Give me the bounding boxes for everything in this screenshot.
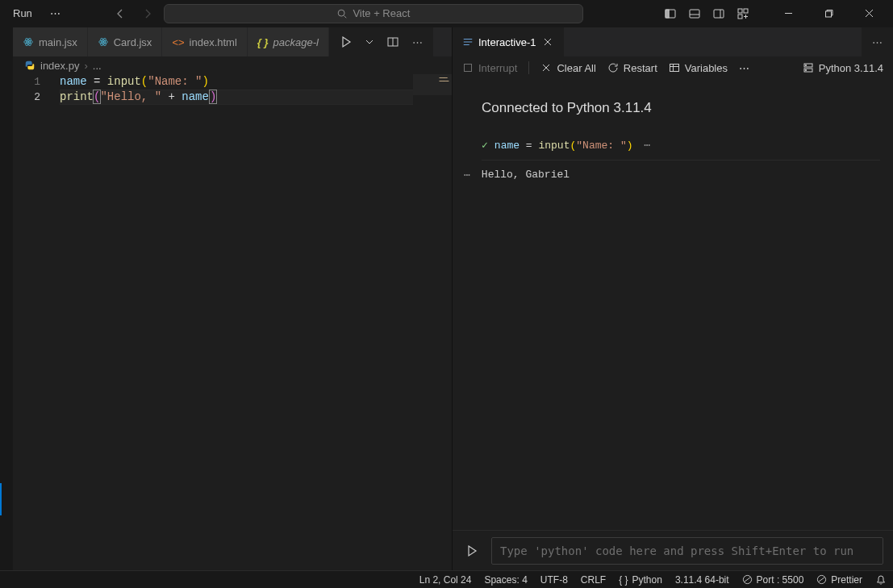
bell-icon [875,574,887,586]
search-icon [336,8,348,19]
svg-rect-19 [670,65,678,72]
window-minimize[interactable] [770,0,806,27]
react-icon [23,36,34,48]
title-bar: Run ⋯ Vite + React [0,0,893,27]
svg-rect-18 [465,65,472,72]
nav-back[interactable] [109,4,131,23]
toggle-sidebar-left-icon[interactable] [659,2,682,25]
connected-banner: Connected to Python 3.11.4 [453,85,893,131]
broadcast-icon [742,574,753,585]
tab-label: Interactive-1 [478,36,536,48]
tab-label: main.jsx [39,36,77,48]
toolbar-more[interactable]: ⋯ [739,62,749,74]
svg-rect-4 [714,10,724,18]
svg-point-22 [805,65,806,65]
status-language[interactable]: { } Python [612,571,669,588]
tab-index-html[interactable]: <> index.html [162,27,247,56]
server-icon [803,62,814,73]
input-placeholder: Type 'python' code here and press Shift+… [500,544,853,557]
interrupt-button[interactable]: Interrupt [462,62,517,74]
status-spaces[interactable]: Spaces: 4 [478,571,533,588]
tab-label: package-l [273,36,319,48]
prettier-icon [816,574,827,585]
split-editor-icon[interactable] [382,33,403,51]
editor-group-left: main.jsx Card.jsx <> index.html { } pack… [13,27,453,570]
svg-point-13 [102,41,103,43]
json-icon: { } [257,36,269,48]
toggle-panel-icon[interactable] [683,2,706,25]
search-placeholder: Vite + React [353,7,410,19]
tab-label: index.html [190,36,237,48]
status-encoding[interactable]: UTF-8 [534,571,574,588]
cell-output: ⋯ Hello, Gabriel [453,164,893,181]
variables-button[interactable]: Variables [669,62,728,74]
run-icon[interactable] [336,33,357,51]
svg-point-9 [27,41,29,43]
menu-run[interactable]: Run [6,4,39,23]
editor-actions-right: ⋯ [862,27,893,56]
react-icon [98,36,109,48]
status-lncol[interactable]: Ln 2, Col 24 [413,571,478,588]
html-icon: <> [172,36,184,48]
window-close[interactable] [851,0,887,27]
window-restore[interactable] [811,0,846,27]
breadcrumb-rest: ... [93,60,102,72]
tab-package-lock[interactable]: { } package-l [248,27,329,56]
output-gutter-icon[interactable]: ⋯ [464,169,470,181]
svg-point-0 [339,10,345,16]
kernel-picker[interactable]: Python 3.11.4 [803,62,883,74]
command-center-search[interactable]: Vite + React [164,4,583,23]
output-text: Hello, Gabriel [482,169,570,181]
menu-more[interactable]: ⋯ [44,4,67,23]
toggle-sidebar-right-icon[interactable] [707,2,730,25]
editor-actions-left: ⋯ [329,27,433,56]
tab-interactive[interactable]: Interactive-1 [453,27,565,56]
tab-label: Card.jsx [114,36,152,48]
status-kernel[interactable]: 3.11.4 64-bit [669,571,736,588]
execute-icon[interactable] [462,541,482,561]
svg-rect-7 [738,15,742,19]
more-actions-icon[interactable]: ⋯ [408,34,427,51]
restart-button[interactable]: Restart [607,62,657,74]
status-port[interactable]: Port : 5500 [736,571,811,588]
more-actions-icon[interactable]: ⋯ [868,34,887,51]
svg-point-23 [805,69,806,70]
svg-rect-5 [738,9,742,13]
minimap[interactable]: ▬▬▬▬▬▬▬▬▬▬▬ [413,74,452,570]
interactive-input-row: Type 'python' code here and press Shift+… [453,530,893,570]
code-lines: name = input("Name: ") print("Hello, " +… [60,74,452,105]
close-icon[interactable] [541,35,554,48]
breadcrumb-file: index.py [40,60,79,72]
status-eol[interactable]: CRLF [574,571,612,588]
check-icon: ✓ [482,140,488,152]
tab-main-jsx[interactable]: main.jsx [13,27,88,56]
tab-bar-right: Interactive-1 ⋯ [453,27,893,56]
cell-more-icon[interactable]: ⋯ [638,140,651,152]
nav-forward[interactable] [136,4,159,23]
braces-icon: { } [619,574,628,586]
interactive-icon [462,36,474,48]
clear-all-button[interactable]: Clear All [540,62,595,74]
status-bar: Ln 2, Col 24 Spaces: 4 UTF-8 CRLF { } Py… [0,570,893,588]
interactive-toolbar: Interrupt Clear All Restart Variables ⋯ [453,56,893,79]
tab-bar-left: main.jsx Card.jsx <> index.html { } pack… [13,27,452,56]
code-editor[interactable]: 1 2 name = input("Name: ") print("Hello,… [13,74,452,570]
executed-cell[interactable]: ✓name = input("Name: ") ⋯ [482,134,880,161]
status-prettier[interactable]: Prettier [810,571,869,588]
workbench: main.jsx Card.jsx <> index.html { } pack… [0,27,893,570]
chevron-down-icon[interactable] [361,35,378,48]
svg-rect-2 [666,10,669,18]
activity-bar [0,27,13,570]
gutter: 1 2 [13,74,52,570]
python-icon [24,60,35,71]
breadcrumb[interactable]: index.py › ... [13,56,452,74]
svg-rect-3 [690,10,699,18]
svg-rect-6 [744,9,748,13]
status-bell[interactable] [869,571,893,588]
customize-layout-icon[interactable] [732,2,754,25]
svg-rect-8 [825,11,831,17]
layout-controls [659,2,754,25]
editor-group-right: Interactive-1 ⋯ Interrupt Clear All [453,27,893,570]
interactive-input[interactable]: Type 'python' code here and press Shift+… [491,537,883,565]
tab-card-jsx[interactable]: Card.jsx [88,27,163,56]
